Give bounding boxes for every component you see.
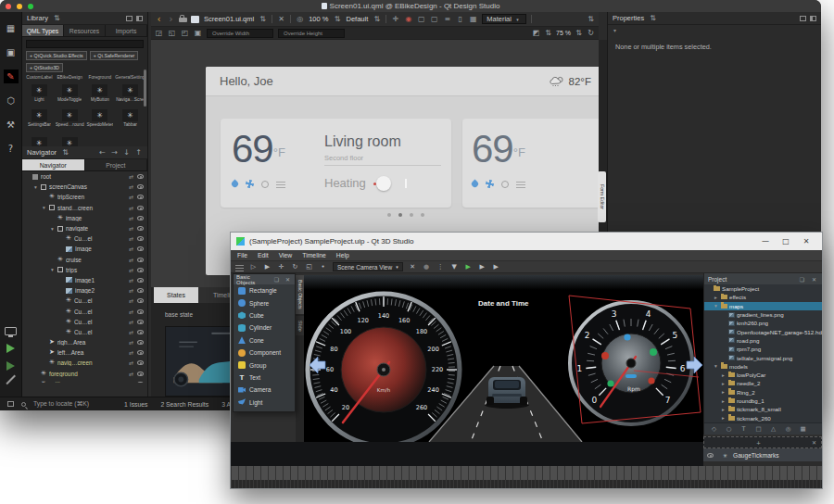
- step-end-icon[interactable]: ▶: [492, 263, 500, 271]
- project-item-tickmark-260[interactable]: ▸tickmark_260: [704, 413, 822, 422]
- ptab-project[interactable]: Project: [85, 159, 148, 170]
- back-icon[interactable]: ‹: [155, 14, 163, 24]
- welcome-mode-icon[interactable]: ▦: [4, 21, 19, 35]
- navigator-item-navigate[interactable]: ▾navigate⇄: [22, 223, 147, 233]
- basic-object-light[interactable]: Light: [234, 397, 295, 409]
- locate-input[interactable]: Type to locate (⌘K): [33, 400, 89, 408]
- expand-arrow-icon[interactable]: ▾: [43, 205, 49, 210]
- panel-spinner-icon[interactable]: ⇅: [587, 15, 595, 23]
- heating-waves-icon[interactable]: [276, 181, 285, 188]
- export-toggle-icon[interactable]: ⇄: [129, 246, 133, 252]
- play-icon[interactable]: ▶: [464, 263, 473, 271]
- expand-arrow-icon[interactable]: ▾: [714, 363, 721, 369]
- add-layer-icon[interactable]: +: [754, 439, 763, 446]
- navigator-item-cu-el[interactable]: ✳Cu…el⇄: [22, 327, 147, 337]
- run-debug-button[interactable]: [6, 361, 15, 371]
- export-toggle-icon[interactable]: ⇄: [129, 267, 133, 273]
- visibility-eye-icon[interactable]: [137, 288, 144, 293]
- lib-btn-qtstudio3d[interactable]: + QtStudio3D: [26, 63, 63, 72]
- status-item-2-search-results[interactable]: 2 Search Results: [160, 401, 208, 408]
- project-item-models[interactable]: ▾models: [704, 362, 822, 371]
- library-component-speedometer[interactable]: ✳SpeedoMeter: [85, 106, 116, 131]
- export-toggle-icon[interactable]: ⇄: [129, 173, 133, 180]
- project-item-maps[interactable]: ▾maps: [704, 302, 822, 310]
- visibility-eye-icon[interactable]: [137, 246, 144, 251]
- project-item-lowpolycar[interactable]: ▸lowPolyCar: [704, 371, 822, 379]
- visibility-eye-icon[interactable]: [137, 268, 144, 272]
- project-item-kmh260-png[interactable]: kmh260.png: [704, 319, 822, 327]
- zoom-spinner-icon[interactable]: ⇅: [544, 29, 552, 37]
- navigator-item-cu-el[interactable]: ✳Cu…el⇄: [22, 317, 147, 327]
- library-component-light[interactable]: ✳Light: [24, 81, 55, 106]
- timeline-track-area[interactable]: [231, 442, 703, 466]
- expand-arrow-icon[interactable]: ▸: [722, 389, 728, 395]
- visibility-eye-icon[interactable]: [137, 174, 144, 179]
- play-tool-icon[interactable]: ▶: [263, 263, 272, 271]
- float-panel-icon[interactable]: ❏: [272, 276, 281, 283]
- visibility-eye-icon[interactable]: [137, 340, 144, 345]
- close-view-icon[interactable]: ✕: [409, 263, 417, 271]
- expand-arrow-icon[interactable]: ▸: [714, 295, 721, 300]
- export-toggle-icon[interactable]: ⇄: [129, 381, 133, 383]
- page-dot-4[interactable]: [421, 213, 424, 217]
- export-toggle-icon[interactable]: ⇄: [129, 371, 133, 377]
- visibility-eye-icon[interactable]: [137, 184, 144, 189]
- lib-btn-qt-saferenderer[interactable]: + Qt.SafeRenderer: [90, 51, 139, 60]
- basic-object-group[interactable]: Group: [234, 359, 295, 371]
- navigator-item-cu-el[interactable]: ✳Cu…el⇄: [22, 296, 147, 306]
- visibility-eye-icon[interactable]: [137, 309, 144, 314]
- page-indicator[interactable]: [206, 213, 605, 217]
- close-icon[interactable]: ✕: [796, 237, 816, 246]
- navigator-item-settings[interactable]: ✳settings⇄: [22, 379, 147, 383]
- ptab-resources[interactable]: Resources: [64, 25, 106, 36]
- navigator-item-image[interactable]: Image⇄: [22, 244, 147, 254]
- ptab-navigator[interactable]: Navigator: [22, 159, 85, 170]
- style-select[interactable]: Default: [346, 15, 368, 23]
- reset-zoom-icon[interactable]: ↻: [587, 29, 595, 37]
- navigator-item-cu-el[interactable]: ✳Cu…el⇄: [22, 233, 147, 244]
- record-icon[interactable]: ●: [423, 263, 431, 271]
- lib-btn-qtquick-studio-effects[interactable]: + QtQuick.Studio.Effects: [26, 51, 87, 60]
- navigator-item-image2[interactable]: image2⇄: [22, 285, 147, 296]
- navigator-item-navig-creen[interactable]: ✳navig…creen⇄: [22, 358, 147, 368]
- visibility-eye-icon[interactable]: [137, 195, 144, 199]
- menu-item-timeline[interactable]: Timeline: [302, 252, 325, 258]
- library-component-tabbar[interactable]: ✳Tabbar: [115, 106, 145, 131]
- ds-titlebar[interactable]: Screen01.ui.qml @ EBikeDesign - Qt Desig…: [0, 0, 821, 12]
- navigator-item-trips[interactable]: ▾trips⇄: [22, 265, 147, 275]
- visibility-eye-icon[interactable]: [137, 382, 144, 383]
- menu-item-help[interactable]: Help: [336, 252, 349, 258]
- move-tool-icon[interactable]: ✛: [277, 263, 285, 271]
- vtab-basic-objects[interactable]: Basic Objects: [296, 275, 304, 314]
- library-component-speed-round[interactable]: ✳Speed…round: [55, 106, 85, 131]
- project-item-telltale-turnsignal-png[interactable]: telltale_turnsignal.png: [704, 353, 822, 361]
- library-component-settingsbar[interactable]: ✳SettingsBar: [24, 106, 55, 131]
- toggle-knob[interactable]: [376, 176, 391, 191]
- run-button[interactable]: [6, 344, 15, 353]
- export-toggle-icon[interactable]: ⇄: [129, 225, 133, 232]
- zoom-spinner-2-icon[interactable]: ⇅: [575, 29, 583, 37]
- snap-icon[interactable]: ✛: [391, 15, 399, 23]
- project-item-needle-2[interactable]: ▸needle_2: [704, 379, 822, 387]
- visibility-eye-icon[interactable]: [137, 320, 144, 324]
- export-toggle-icon[interactable]: ⇄: [129, 205, 133, 211]
- close-panel-icon[interactable]: ✕: [810, 276, 818, 283]
- project-item-openfootagenet-garage-512-hdr[interactable]: OpenfootageNET_garage-512.hdr: [704, 327, 822, 335]
- basic-object-cube[interactable]: Cube: [234, 309, 295, 321]
- navigator-item-tripscreen[interactable]: ✳tripScreen⇄: [22, 192, 147, 202]
- project-item-gradient-lines-png[interactable]: gradient_lines.png: [704, 310, 822, 319]
- lib-group-ebikedesign[interactable]: EBikeDesign: [55, 75, 85, 80]
- file-tab[interactable]: Screen01.ui.qml: [204, 15, 254, 23]
- navigator-spinner-icon[interactable]: ⇅: [61, 148, 70, 157]
- air-icon[interactable]: [501, 181, 509, 188]
- mesh-asset-icon[interactable]: △: [769, 425, 777, 433]
- theme-combo[interactable]: Material ▾: [482, 14, 526, 24]
- move-down-icon[interactable]: ↓: [122, 148, 131, 157]
- expand-arrow-icon[interactable]: ▾: [51, 226, 57, 232]
- maximize-icon[interactable]: □: [776, 237, 796, 246]
- menu-item-edit[interactable]: Edit: [258, 252, 269, 258]
- document-icon[interactable]: [191, 16, 199, 23]
- fit-frame-icon[interactable]: ◱: [168, 29, 176, 37]
- split-panel-icon[interactable]: [800, 16, 806, 21]
- override-height-field[interactable]: Override Height: [278, 29, 345, 38]
